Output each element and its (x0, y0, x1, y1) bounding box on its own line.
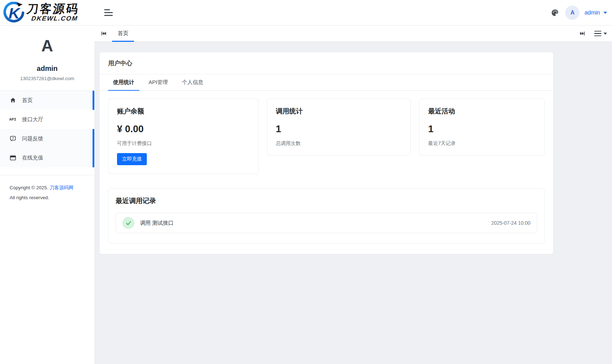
brand-logo[interactable]: K 刀客源码 DKEWL.COM (0, 2, 94, 24)
skip-forward-icon[interactable] (580, 31, 585, 36)
page-tabbar: 首页 (94, 26, 612, 42)
sidebar-item-recharge[interactable]: 在线充值 (0, 148, 94, 167)
sidebar-item-feedback[interactable]: ? 问题反馈 (0, 129, 94, 148)
sidebar-item-label: 在线充值 (22, 155, 43, 161)
copyright-link[interactable]: 刀客源码网 (50, 185, 74, 190)
top-header: K 刀客源码 DKEWL.COM A admin (0, 0, 612, 26)
api-icon: API (10, 117, 16, 122)
call-record-time: 2025-07-24 10:00 (491, 220, 530, 226)
calls-title: 调用统计 (276, 107, 402, 116)
activity-card: 最近活动 1 最近7天记录 (419, 99, 545, 156)
balance-card: 账户余额 ¥ 0.00 可用于计费接口 立即充值 (108, 99, 258, 174)
home-icon (10, 97, 16, 103)
call-record-text: 调用 测试接口 (140, 220, 173, 226)
user-center-card: 用户中心 使用统计 API管理 个人信息 (100, 52, 553, 254)
tab-api-management[interactable]: API管理 (144, 74, 173, 90)
chevron-down-icon (603, 33, 607, 35)
sidebar-item-home[interactable]: 首页 (0, 91, 94, 110)
calls-card: 调用统计 1 总调用次数 (267, 99, 411, 156)
tab-home-label: 首页 (118, 30, 128, 37)
sidebar-toggle-icon[interactable] (102, 7, 115, 18)
recent-calls-section: 最近调用记录 调用 测试接口 2025-07-24 10:00 (108, 188, 545, 243)
balance-value: ¥ 0.00 (117, 124, 250, 135)
page: K 刀客源码 DKEWL.COM A admin (0, 0, 612, 364)
chevron-down-icon (603, 12, 607, 14)
activity-caption: 最近7天记录 (428, 140, 536, 147)
profile-email: 1302357281@dkewl.com (0, 76, 94, 81)
main-area: 首页 用户中心 (94, 26, 612, 364)
calls-value: 1 (276, 124, 402, 135)
theme-palette-icon[interactable] (551, 9, 559, 17)
sidebar-item-label: 问题反馈 (22, 135, 43, 142)
balance-caption: 可用于计费接口 (117, 140, 250, 147)
tabbar-right (580, 26, 607, 41)
brand-text: 刀客源码 DKEWL.COM (25, 3, 80, 22)
profile-username: admin (0, 65, 94, 73)
sidebar-menu: 首页 API 接口大厅 ? 问题反馈 (0, 91, 94, 167)
tab-home[interactable]: 首页 (112, 26, 134, 41)
username-label: admin (584, 10, 600, 16)
copyright-text: Copyright © 2025. (10, 185, 48, 190)
user-menu[interactable]: A admin (565, 6, 607, 20)
tab-label: 使用统计 (113, 79, 134, 86)
tab-label: API管理 (149, 79, 168, 86)
balance-title: 账户余额 (117, 107, 250, 116)
sidebar-item-label: 首页 (22, 97, 33, 104)
page-title: 用户中心 (100, 52, 553, 74)
sidebar-profile: A admin 1302357281@dkewl.com (0, 26, 94, 81)
header-right: A admin (551, 6, 612, 20)
brand-name-en: DKEWL.COM (31, 15, 78, 22)
skip-back-icon[interactable] (101, 31, 106, 36)
brand-name-cn: 刀客源码 (26, 3, 80, 15)
svg-text:?: ? (12, 136, 13, 140)
call-record-row: 调用 测试接口 2025-07-24 10:00 (116, 213, 537, 233)
copyright-line: Copyright © 2025. 刀客源码网 (10, 185, 94, 191)
tab-label: 个人信息 (182, 79, 203, 86)
list-icon (594, 31, 601, 37)
calls-caption: 总调用次数 (276, 140, 402, 147)
tab-personal-info[interactable]: 个人信息 (177, 74, 208, 90)
credit-card-icon (10, 155, 16, 161)
svg-text:K: K (9, 4, 21, 21)
sidebar-footer: Copyright © 2025. 刀客源码网 All rights reser… (0, 175, 94, 200)
recent-calls-title: 最近调用记录 (116, 196, 537, 206)
activity-value: 1 (428, 124, 536, 135)
rights-text: All rights reserved. (10, 195, 94, 200)
sidebar-item-label: 接口大厅 (22, 116, 43, 123)
profile-avatar-letter: A (0, 38, 94, 54)
avatar: A (565, 6, 579, 20)
content-tabs: 使用统计 API管理 个人信息 (100, 74, 553, 91)
tab-usage-stats[interactable]: 使用统计 (108, 74, 139, 90)
activity-title: 最近活动 (428, 107, 536, 116)
success-check-icon (122, 217, 134, 229)
recharge-button[interactable]: 立即充值 (117, 153, 147, 165)
sidebar: A admin 1302357281@dkewl.com 首页 API 接口大厅 (0, 26, 94, 364)
sidebar-item-api-hall[interactable]: API 接口大厅 (0, 110, 94, 129)
feedback-icon: ? (10, 136, 16, 141)
content: 用户中心 使用统计 API管理 个人信息 (94, 42, 612, 364)
brand-k-icon: K (2, 2, 26, 24)
stats-row: 账户余额 ¥ 0.00 可用于计费接口 立即充值 调用统计 1 总调用次数 最近… (100, 91, 553, 174)
tab-list-dropdown[interactable] (594, 31, 607, 37)
